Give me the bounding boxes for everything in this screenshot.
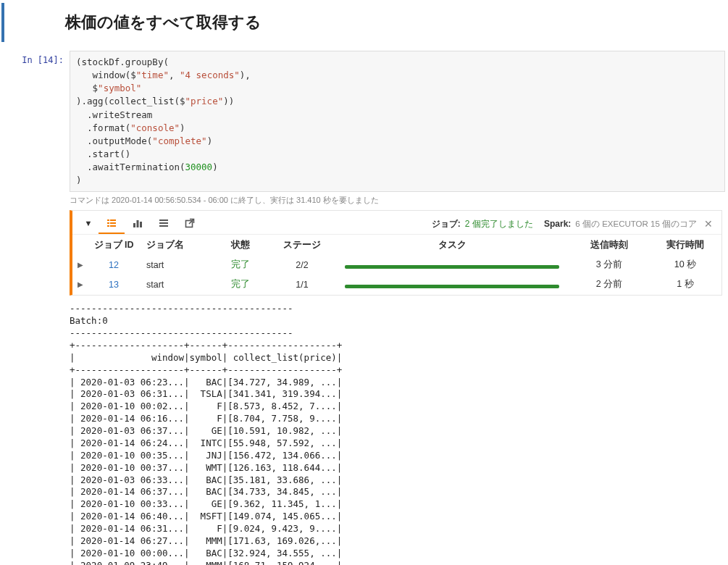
svg-rect-6 (133, 223, 135, 227)
list-icon (106, 217, 117, 229)
job-status: 完了 (212, 256, 269, 275)
svg-rect-9 (159, 219, 168, 221)
bar-chart-icon (132, 217, 143, 229)
svg-rect-5 (110, 225, 116, 227)
job-submitted: 3 分前 (569, 256, 649, 275)
popout-icon (184, 217, 196, 229)
collapse-toggle[interactable]: ▼ (78, 214, 99, 234)
svg-rect-8 (140, 222, 142, 227)
table-row: ▶12start完了2/23 分前10 秒 (72, 256, 721, 275)
col-task: タスク (335, 235, 569, 256)
col-stage: ステージ (269, 235, 335, 256)
page-title: 株価の値をすべて取得する (65, 12, 728, 33)
expand-row[interactable]: ▶ (72, 256, 88, 275)
job-id[interactable]: 13 (88, 275, 139, 295)
job-name: start (139, 275, 212, 295)
svg-rect-4 (110, 222, 116, 224)
svg-rect-10 (159, 222, 168, 224)
svg-rect-0 (107, 219, 109, 221)
svg-rect-1 (107, 222, 109, 224)
jobs-summary: ジョブ: 2 個完了しました Spark: 6 個の EXECUTOR 15 個… (432, 218, 716, 230)
svg-rect-11 (159, 225, 168, 227)
job-task (335, 256, 569, 275)
job-id[interactable]: 12 (88, 256, 139, 275)
jobs-label: ジョブ: (432, 218, 461, 230)
command-status: コマンドは 2020-01-14 00:56:50.534 - 06:00 に終… (70, 193, 728, 210)
input-prompt: In [14]: (3, 51, 70, 65)
svg-rect-7 (137, 220, 139, 227)
svg-rect-3 (110, 219, 116, 221)
code-cell: In [14]: (stockDf.groupBy( window($"time… (3, 51, 725, 192)
jobs-completed: 2 個完了しました (465, 218, 533, 230)
console-output: ----------------------------------------… (70, 303, 722, 565)
col-duration: 実行時間 (649, 235, 721, 256)
spark-label: Spark: (544, 219, 571, 229)
job-duration: 1 秒 (649, 275, 721, 295)
expand-row[interactable]: ▶ (72, 275, 88, 295)
spark-detail: 6 個の EXECUTOR 15 個のコア (575, 219, 697, 230)
job-duration: 10 秒 (649, 256, 721, 275)
spark-jobs-panel: ▼ ジョブ: 2 個完了しました Spark: 6 個の EXECUTOR 15… (70, 210, 722, 296)
jobs-toolbar: ▼ ジョブ: 2 個完了しました Spark: 6 個の EXECUTOR 15… (72, 211, 721, 234)
job-name: start (139, 256, 212, 275)
popout-tab[interactable] (177, 214, 203, 234)
col-job-name: ジョブ名 (139, 235, 212, 256)
raw-view-tab[interactable] (151, 214, 177, 234)
list-view-tab[interactable] (99, 214, 125, 234)
table-icon (158, 217, 170, 229)
code-editor[interactable]: (stockDf.groupBy( window($"time", "4 sec… (70, 51, 725, 192)
table-row: ▶13start完了1/12 分前1 秒 (72, 275, 721, 295)
job-submitted: 2 分前 (569, 275, 649, 295)
col-submitted: 送信時刻 (569, 235, 649, 256)
svg-rect-2 (107, 225, 109, 227)
job-status: 完了 (212, 275, 269, 295)
job-stage: 1/1 (269, 275, 335, 295)
close-icon[interactable]: ✕ (704, 218, 713, 230)
job-stage: 2/2 (269, 256, 335, 275)
markdown-cell: 株価の値をすべて取得する (1, 3, 728, 42)
chart-view-tab[interactable] (125, 214, 151, 234)
col-status: 状態 (212, 235, 269, 256)
job-task (335, 275, 569, 295)
col-job-id: ジョブ ID (88, 235, 139, 256)
jobs-table: ジョブ ID ジョブ名 状態 ステージ タスク 送信時刻 実行時間 ▶12sta… (72, 234, 721, 295)
